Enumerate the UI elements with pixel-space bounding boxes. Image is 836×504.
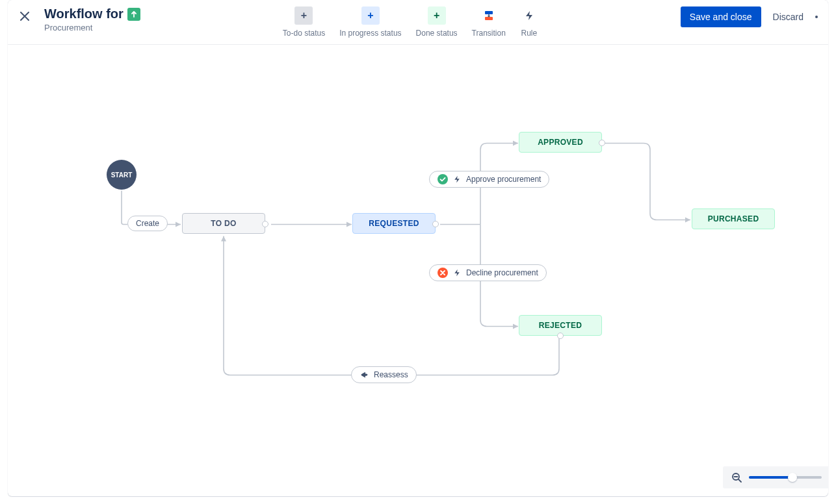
x-circle-icon	[438, 268, 448, 278]
status-purchased[interactable]: PURCHASED	[692, 208, 775, 229]
page-subtitle: Procurement	[44, 23, 140, 32]
lightning-icon	[452, 268, 462, 278]
title-block: Workflow for Procurement	[44, 6, 140, 32]
transition-icon	[480, 6, 498, 25]
svg-rect-0	[485, 11, 493, 14]
port[interactable]	[262, 221, 268, 227]
svg-marker-3	[346, 222, 352, 227]
zoom-control	[723, 466, 828, 488]
svg-marker-7	[221, 236, 226, 242]
svg-line-11	[738, 479, 741, 482]
port[interactable]	[557, 333, 564, 339]
editor-header: Workflow for Procurement + To-do status …	[8, 0, 828, 45]
save-button[interactable]: Save and close	[681, 6, 761, 27]
tool-done-status[interactable]: + Done status	[416, 6, 458, 38]
arrow-up-icon	[130, 10, 138, 18]
more-menu-icon[interactable]	[815, 16, 818, 18]
close-icon	[20, 12, 29, 23]
lightning-icon	[520, 6, 538, 25]
plus-icon: +	[428, 6, 446, 25]
svg-rect-1	[485, 17, 493, 20]
toolbar: + To-do status + In progress status + Do…	[283, 6, 538, 38]
plus-icon: +	[294, 6, 313, 25]
svg-marker-4	[513, 141, 518, 146]
svg-marker-6	[685, 218, 690, 223]
status-todo[interactable]: TO DO	[182, 213, 265, 234]
megaphone-icon	[359, 370, 370, 380]
transition-decline[interactable]: Decline procurement	[429, 264, 547, 281]
check-circle-icon	[438, 174, 448, 184]
tool-transition[interactable]: Transition	[472, 6, 506, 38]
transition-create[interactable]: Create	[127, 216, 168, 231]
zoom-slider[interactable]	[749, 476, 822, 479]
port[interactable]	[432, 221, 439, 227]
port[interactable]	[599, 140, 605, 146]
issue-type-badge	[127, 8, 140, 21]
tool-inprogress-status[interactable]: + In progress status	[339, 6, 401, 38]
edges-layer	[8, 46, 828, 496]
start-node[interactable]: START	[107, 160, 137, 190]
status-requested[interactable]: REQUESTED	[352, 213, 436, 234]
tool-todo-status[interactable]: + To-do status	[283, 6, 325, 38]
page-title: Workflow for	[44, 6, 124, 21]
transition-approve[interactable]: Approve procurement	[429, 171, 549, 188]
transition-reassess[interactable]: Reassess	[351, 366, 417, 383]
status-approved[interactable]: APPROVED	[519, 132, 602, 153]
plus-icon: +	[361, 6, 380, 25]
status-rejected[interactable]: REJECTED	[519, 315, 602, 336]
tool-rule[interactable]: Rule	[520, 6, 538, 38]
close-button[interactable]	[14, 6, 35, 27]
zoom-out-icon[interactable]	[731, 472, 742, 483]
discard-button[interactable]: Discard	[770, 6, 806, 27]
zoom-slider-thumb[interactable]	[788, 473, 797, 482]
svg-point-8	[438, 174, 448, 184]
svg-marker-5	[513, 324, 518, 329]
workflow-canvas[interactable]: START Create TO DO REQUESTED	[8, 46, 828, 496]
svg-marker-2	[176, 222, 181, 227]
lightning-icon	[452, 174, 462, 184]
